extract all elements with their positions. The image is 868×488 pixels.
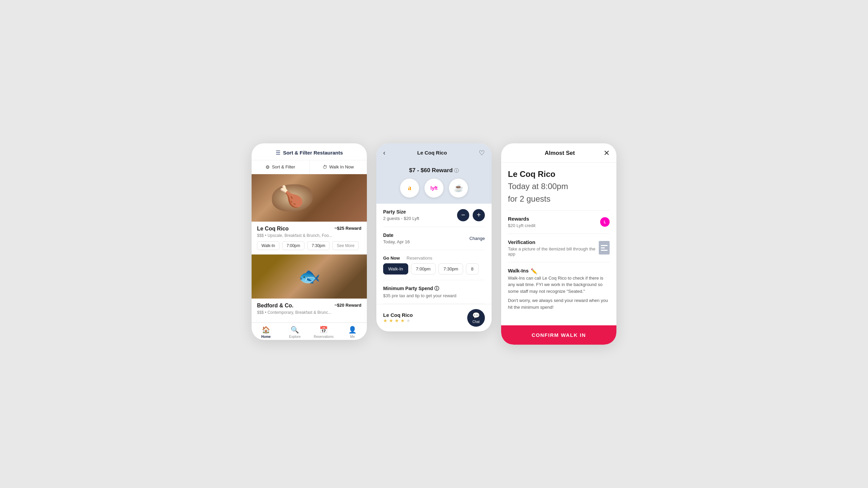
chat-button[interactable]: 💬 Chat bbox=[467, 309, 485, 327]
nav-explore-label: Explore bbox=[289, 335, 301, 339]
sort-icon: ⚙ bbox=[265, 164, 270, 170]
person-icon: 👤 bbox=[348, 326, 357, 334]
increase-party-button[interactable]: + bbox=[473, 209, 485, 221]
screen3-rewards-section: Rewards $20 Lyft credit L bbox=[508, 216, 610, 228]
date-label: Date bbox=[383, 232, 410, 238]
favorite-button[interactable]: ♡ bbox=[479, 149, 485, 157]
bill-line2 bbox=[601, 247, 605, 248]
nav-me-label: Me bbox=[350, 335, 355, 339]
nav-home[interactable]: 🏠 Home bbox=[252, 326, 280, 339]
restaurant-card-2[interactable]: 🐟 Bedford & Co. ~$20 Reward $$$ • Contem… bbox=[252, 255, 367, 323]
walkin-now-button[interactable]: ⏱ Walk In Now bbox=[310, 160, 367, 174]
date-section: Date Today, Apr 16 Change bbox=[383, 227, 485, 250]
screen2-body: Party Size 2 guests - $20 Lyft − + Date … bbox=[376, 204, 492, 304]
screen2-header: ‹ Le Coq Rico ♡ bbox=[376, 143, 492, 162]
filter-bar: ⚙ Sort & Filter ⏱ Walk In Now bbox=[252, 160, 367, 174]
divider2 bbox=[508, 233, 610, 234]
reward-banner: $7 - $60 Reward ⓘ a lyft ☕ bbox=[376, 162, 492, 204]
restaurant1-sub: $$$ • Upscale, Breakfast & Brunch, Foo..… bbox=[257, 233, 361, 238]
slot-walkin[interactable]: Walk-In bbox=[257, 241, 279, 250]
calendar-icon: 📅 bbox=[319, 326, 328, 334]
slot-see-more[interactable]: See More bbox=[332, 241, 359, 250]
time-slot-buttons: Walk-In 7:00pm 7:30pm 8 bbox=[383, 263, 485, 274]
screen3-detail2: for 2 guests bbox=[508, 193, 610, 205]
min-spend-info-icon: ⓘ bbox=[434, 286, 439, 291]
screen1-title: Sort & Filter Restaurants bbox=[283, 150, 343, 156]
sort-filter-button[interactable]: ⚙ Sort & Filter bbox=[252, 160, 310, 174]
slot1-button[interactable]: 7:00pm bbox=[411, 263, 436, 274]
screen3-walkins-section: Walk-Ins ✏️ Walk-Ins can call Le Coq Ric… bbox=[508, 268, 610, 311]
party-size-label: Party Size bbox=[383, 209, 419, 215]
slot3-button[interactable]: 8 bbox=[466, 263, 478, 274]
screen1-phone: ☰ Sort & Filter Restaurants ⚙ Sort & Fil… bbox=[252, 143, 367, 340]
party-size-sub: 2 guests - $20 Lyft bbox=[383, 216, 419, 221]
restaurant2-image: 🐟 bbox=[252, 255, 367, 299]
star-rating: ★ ★ ★ ★ ★ bbox=[383, 318, 413, 323]
walkins-text2: Don't worry, we always send your reward … bbox=[508, 297, 610, 310]
bottom-nav: 🏠 Home 🔍 Explore 📅 Reservations 👤 Me bbox=[252, 323, 367, 340]
slot-730pm[interactable]: 7:30pm bbox=[307, 241, 330, 250]
screen3-body: Le Coq Rico Today at 8:00pm for 2 guests… bbox=[501, 163, 616, 323]
screen2-title: Le Coq Rico bbox=[417, 150, 447, 156]
min-spend-label: Minimum Party Spend ⓘ bbox=[383, 286, 485, 292]
slot-700pm[interactable]: 7:00pm bbox=[282, 241, 304, 250]
restaurant2-reward: ~$20 Reward bbox=[334, 303, 361, 308]
lyft-reward-icon[interactable]: lyft bbox=[425, 179, 443, 198]
pencil-icon: ✏️ bbox=[531, 268, 537, 274]
reward-icons: a lyft ☕ bbox=[383, 179, 485, 198]
reservations-tab[interactable]: Reservations bbox=[407, 256, 432, 261]
nav-reservations[interactable]: 📅 Reservations bbox=[309, 326, 338, 339]
date-value: Today, Apr 16 bbox=[383, 239, 410, 244]
party-size-section: Party Size 2 guests - $20 Lyft − + bbox=[383, 204, 485, 227]
nav-home-label: Home bbox=[261, 335, 271, 339]
footer-restaurant-info: Le Coq Rico ★ ★ ★ ★ ★ bbox=[383, 312, 413, 323]
restaurant2-name: Bedford & Co. bbox=[257, 303, 294, 309]
restaurant2-sub: $$$ • Contemporary, Breakfast & Brunc... bbox=[257, 310, 361, 315]
walkins-label: Walk-Ins bbox=[508, 268, 529, 273]
slot2-button[interactable]: 7:30pm bbox=[438, 263, 463, 274]
starbucks-logo: ☕ bbox=[454, 184, 463, 192]
walkins-title: Walk-Ins ✏️ bbox=[508, 268, 610, 275]
reward-info-icon: ⓘ bbox=[454, 168, 459, 173]
home-icon: 🏠 bbox=[262, 326, 270, 334]
decrease-party-button[interactable]: − bbox=[457, 209, 469, 221]
screen2-phone: ‹ Le Coq Rico ♡ $7 - $60 Reward ⓘ a lyft… bbox=[376, 143, 492, 331]
min-spend-section: Minimum Party Spend ⓘ $35 pre tax and ti… bbox=[383, 280, 485, 304]
back-button[interactable]: ‹ bbox=[383, 149, 386, 157]
rewards-sub: $20 Lyft credit bbox=[508, 223, 535, 228]
bill-line1 bbox=[601, 245, 608, 246]
min-spend-sub: $35 pre tax and tip to get your reward bbox=[383, 293, 485, 298]
sort-filter-label: Sort & Filter bbox=[272, 164, 295, 169]
chat-label: Chat bbox=[472, 320, 479, 324]
half-star: ★ bbox=[406, 318, 411, 323]
amazon-logo: a bbox=[408, 184, 411, 192]
walkin-slot-button[interactable]: Walk-In bbox=[383, 263, 408, 274]
rewards-label: Rewards bbox=[508, 216, 535, 222]
screen1-header: ☰ Sort & Filter Restaurants bbox=[252, 143, 367, 160]
change-date-button[interactable]: Change bbox=[469, 236, 485, 241]
clock-icon: ⏱ bbox=[322, 164, 327, 170]
chat-icon: 💬 bbox=[472, 312, 480, 319]
amazon-reward-icon[interactable]: a bbox=[400, 179, 419, 198]
restaurant-card-1[interactable]: Le Coq Rico ~$25 Reward $$$ • Upscale, B… bbox=[252, 174, 367, 255]
confirm-walkin-button[interactable]: CONFIRM WALK IN bbox=[501, 325, 616, 345]
nav-me[interactable]: 👤 Me bbox=[338, 326, 367, 339]
search-icon: 🔍 bbox=[291, 326, 299, 334]
lyft-logo: lyft bbox=[431, 185, 438, 191]
nav-reservations-label: Reservations bbox=[314, 335, 333, 339]
walkins-text1: Walk-Ins can call Le Coq Rico to check i… bbox=[508, 275, 610, 295]
close-button[interactable]: ✕ bbox=[604, 149, 610, 157]
bill-line3 bbox=[601, 250, 608, 251]
starbucks-reward-icon[interactable]: ☕ bbox=[449, 179, 468, 198]
screen3-header: Almost Set ✕ bbox=[501, 143, 616, 163]
restaurant1-slots: Walk-In 7:00pm 7:30pm See More bbox=[257, 241, 361, 250]
filter-icon: ☰ bbox=[276, 149, 280, 156]
nav-explore[interactable]: 🔍 Explore bbox=[280, 326, 309, 339]
restaurant1-reward: ~$25 Reward bbox=[334, 226, 361, 231]
verification-label: Verification bbox=[508, 239, 599, 245]
divider1 bbox=[508, 210, 610, 210]
lyft-logo-small: L bbox=[600, 217, 610, 227]
screen3-rest-name: Le Coq Rico bbox=[508, 169, 610, 179]
tabs-row: Go Now Reservations bbox=[383, 256, 485, 261]
go-now-tab[interactable]: Go Now bbox=[383, 256, 400, 261]
